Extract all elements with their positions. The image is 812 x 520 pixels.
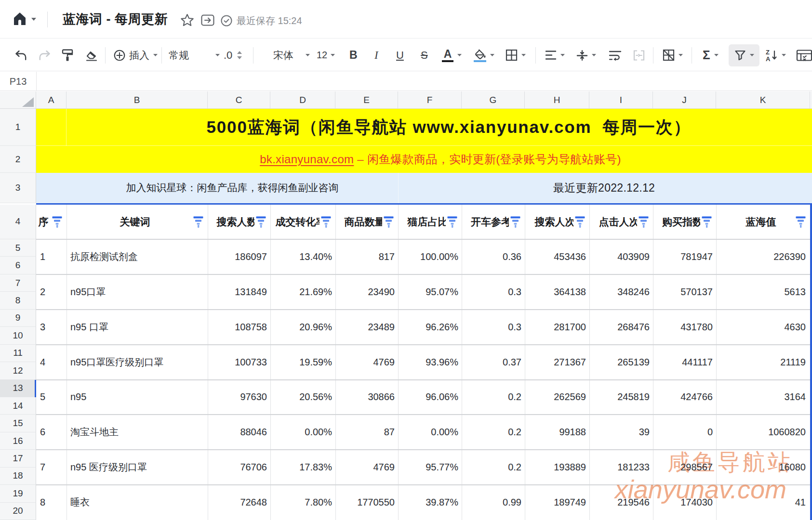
- data-cell-index[interactable]: 2: [36, 274, 67, 310]
- column-header-A[interactable]: A: [36, 91, 67, 108]
- data-cell-K[interactable]: 5613: [716, 274, 810, 310]
- formula-input[interactable]: [37, 72, 812, 91]
- row-header-11[interactable]: 11: [0, 345, 36, 362]
- data-cell-E[interactable]: 87: [335, 415, 398, 450]
- data-cell-F[interactable]: 0.00%: [398, 415, 462, 450]
- data-cell-K[interactable]: 1060820: [716, 415, 810, 450]
- data-cell-keyword[interactable]: 淘宝斗地主: [67, 415, 208, 450]
- data-cell-D[interactable]: 20.96%: [270, 310, 335, 345]
- data-cell-H[interactable]: 189749: [525, 485, 589, 520]
- data-cell-G[interactable]: 0.2: [462, 450, 525, 485]
- data-cell-D[interactable]: 20.56%: [270, 380, 335, 415]
- fill-color-button[interactable]: [474, 39, 495, 71]
- font-color-caret-icon[interactable]: [457, 53, 462, 57]
- borders-button[interactable]: [506, 39, 526, 71]
- horizontal-align-button[interactable]: [545, 39, 565, 71]
- data-cell-G[interactable]: 0.37: [462, 345, 525, 380]
- filter-header-G[interactable]: 开车参考: [462, 205, 525, 240]
- data-cell-G[interactable]: 0.2: [462, 415, 525, 450]
- decimal-adjust[interactable]: .0: [224, 39, 242, 71]
- data-cell-G[interactable]: 0.3: [462, 274, 525, 310]
- filter-icon-box[interactable]: [254, 216, 266, 228]
- filter-icon-box[interactable]: [700, 216, 712, 228]
- data-cell-H[interactable]: 281700: [525, 310, 589, 345]
- data-cell-K[interactable]: 4630: [716, 310, 810, 345]
- column-header-E[interactable]: E: [335, 91, 398, 108]
- data-cell-E[interactable]: 4769: [335, 345, 398, 380]
- font-color-button[interactable]: A: [442, 39, 462, 71]
- move-to-folder-icon[interactable]: [201, 14, 214, 26]
- vertical-align-button[interactable]: [576, 39, 597, 71]
- row-header-7[interactable]: 7: [0, 274, 36, 292]
- undo-button[interactable]: [14, 39, 27, 71]
- row-header-8[interactable]: 8: [0, 292, 36, 309]
- data-cell-index[interactable]: 7: [36, 450, 67, 485]
- data-cell-keyword[interactable]: n95口罩: [67, 274, 208, 310]
- name-box[interactable]: P13: [0, 72, 36, 91]
- insert-caret-icon[interactable]: [153, 53, 158, 57]
- data-cell-D[interactable]: 0.00%: [270, 415, 335, 450]
- data-cell-G[interactable]: 0.3: [462, 310, 525, 345]
- data-cell-K[interactable]: 41: [716, 485, 810, 520]
- font-name-caret-icon[interactable]: [305, 53, 310, 57]
- italic-button[interactable]: I: [374, 39, 378, 71]
- data-cell-J[interactable]: 781947: [653, 239, 716, 274]
- redo-button[interactable]: [38, 39, 51, 71]
- data-cell-F[interactable]: 95.07%: [398, 274, 462, 310]
- data-cell-F[interactable]: 100.00%: [398, 239, 462, 274]
- column-header-F[interactable]: F: [398, 91, 462, 108]
- strikethrough-button[interactable]: S: [421, 39, 428, 71]
- filter-icon-box[interactable]: [637, 216, 649, 228]
- filter-icon-box[interactable]: [51, 216, 62, 228]
- data-validation-button[interactable]: [796, 39, 812, 71]
- data-cell-C[interactable]: 131849: [208, 274, 270, 310]
- data-cell-keyword[interactable]: n95: [67, 380, 208, 415]
- data-cell-keyword[interactable]: n95 医疗级别口罩: [67, 450, 208, 485]
- data-cell-I[interactable]: 403909: [589, 239, 653, 274]
- filter-header-C[interactable]: 搜索人数: [208, 205, 270, 240]
- data-cell-D[interactable]: 13.40%: [270, 239, 335, 274]
- data-cell-G[interactable]: 0.2: [462, 380, 525, 415]
- data-cell-H[interactable]: 99188: [525, 415, 589, 450]
- data-cell-index[interactable]: 1: [36, 239, 67, 274]
- data-cell-E[interactable]: 23489: [335, 310, 398, 345]
- data-cell-J[interactable]: 424766: [653, 380, 716, 415]
- row-header-20[interactable]: 20: [0, 503, 36, 520]
- data-cell-G[interactable]: 0.36: [462, 239, 525, 274]
- data-cell-J[interactable]: 441117: [653, 345, 716, 380]
- data-cell-C[interactable]: 72648: [208, 485, 270, 520]
- column-header-H[interactable]: H: [525, 91, 589, 108]
- row-header-13[interactable]: 13: [0, 380, 36, 397]
- data-cell-J[interactable]: 298567: [653, 450, 716, 485]
- data-cell-G[interactable]: 0.99: [462, 485, 525, 520]
- data-cell-index[interactable]: 3: [36, 310, 67, 345]
- data-cell-D[interactable]: 7.80%: [270, 485, 335, 520]
- data-cell-F[interactable]: 39.87%: [398, 485, 462, 520]
- filter-header-K[interactable]: 蓝海值: [716, 205, 810, 240]
- data-cell-I[interactable]: 39: [589, 415, 653, 450]
- fill-color-caret-icon[interactable]: [490, 53, 495, 57]
- insert-button[interactable]: 插入: [114, 39, 158, 71]
- data-cell-D[interactable]: 21.69%: [270, 274, 335, 310]
- data-cell-H[interactable]: 364138: [525, 274, 589, 310]
- sum-button[interactable]: Σ: [703, 39, 719, 71]
- data-cell-D[interactable]: 17.83%: [270, 450, 335, 485]
- data-cell-C[interactable]: 76706: [208, 450, 270, 485]
- row-header-14[interactable]: 14: [0, 397, 36, 415]
- row-header-5[interactable]: 5: [0, 239, 36, 257]
- borders-caret-icon[interactable]: [521, 53, 526, 57]
- data-cell-J[interactable]: 570137: [653, 274, 716, 310]
- filter-header-H[interactable]: 搜索人次: [525, 205, 589, 240]
- home-icon[interactable]: [13, 12, 26, 26]
- data-cell-E[interactable]: 4769: [335, 450, 398, 485]
- filter-icon-box[interactable]: [509, 216, 520, 228]
- data-cell-C[interactable]: 97630: [208, 380, 270, 415]
- row-header-3[interactable]: 3: [0, 173, 36, 203]
- format-painter-button[interactable]: [61, 39, 74, 71]
- decimal-spinner[interactable]: [237, 51, 242, 60]
- row-header-16[interactable]: 16: [0, 432, 36, 450]
- data-cell-F[interactable]: 93.96%: [398, 345, 462, 380]
- data-cell-J[interactable]: 174030: [653, 485, 716, 520]
- filter-icon-box[interactable]: [794, 216, 806, 228]
- filter-header-B[interactable]: 关键词: [67, 205, 208, 240]
